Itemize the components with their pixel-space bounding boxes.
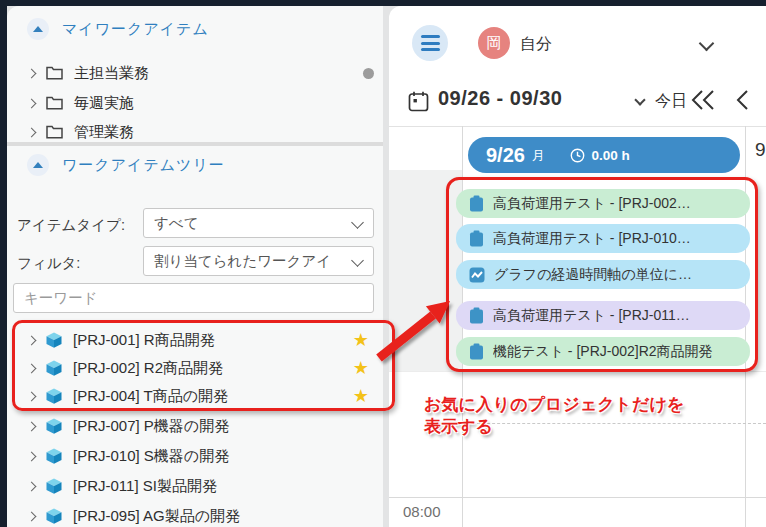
cube-icon bbox=[45, 477, 63, 495]
menu-button[interactable] bbox=[412, 25, 448, 61]
project-row[interactable]: [PRJ-001] R商品開発 ★ bbox=[7, 326, 383, 354]
cube-icon bbox=[45, 387, 63, 405]
avatar-initial: 岡 bbox=[487, 34, 502, 53]
status-dot bbox=[363, 68, 374, 79]
project-row[interactable]: [PRJ-002] R2商品開発 ★ bbox=[7, 354, 383, 382]
hamburger-menu-icon bbox=[421, 35, 440, 38]
grid-hline-dashed bbox=[462, 423, 766, 424]
time-gutter-shade bbox=[389, 170, 462, 371]
star-icon[interactable]: ★ bbox=[353, 329, 369, 351]
window-frame-left bbox=[0, 0, 7, 527]
clipboard-icon bbox=[469, 195, 484, 212]
grid-hline bbox=[389, 497, 766, 498]
clipboard-icon bbox=[469, 307, 484, 324]
project-label: [PRJ-010] S機器の開発 bbox=[73, 447, 229, 466]
folder-icon bbox=[46, 66, 63, 80]
event-pill[interactable]: グラフの経過時間軸の単位に… bbox=[456, 260, 750, 289]
horizontal-scrollbar[interactable] bbox=[7, 142, 383, 146]
next-day-header-partial: 9 bbox=[755, 139, 766, 161]
folder-label: 管理業務 bbox=[74, 123, 134, 142]
date-range-picker[interactable]: 09/26 - 09/30 bbox=[438, 87, 562, 110]
chevron-right-icon[interactable] bbox=[27, 98, 37, 108]
timesheet-panel: 岡 自分 09/26 - 09/30 今日 08:00 9 9/26 月 bbox=[389, 6, 766, 527]
chevron-right-icon[interactable] bbox=[27, 511, 37, 521]
project-row[interactable]: [PRJ-095] AG製品の開発 bbox=[7, 502, 383, 527]
event-pill[interactable]: 高負荷運用テスト - [PRJ-010… bbox=[456, 224, 750, 253]
cube-icon bbox=[45, 447, 63, 465]
chevron-right-icon[interactable] bbox=[27, 335, 37, 345]
folder-label: 毎週実施 bbox=[74, 94, 134, 113]
chevron-right-icon[interactable] bbox=[27, 391, 37, 401]
section-title: マイワークアイテム bbox=[62, 20, 209, 39]
item-type-label: アイテムタイプ: bbox=[17, 216, 125, 235]
item-type-select[interactable]: すべて bbox=[143, 208, 374, 238]
section-title: ワークアイテムツリー bbox=[62, 156, 225, 175]
clipboard-icon bbox=[469, 230, 484, 247]
event-title: 高負荷運用テスト - [PRJ-011… bbox=[493, 307, 690, 325]
project-row[interactable]: [PRJ-007] P機器の開発 bbox=[7, 412, 383, 440]
chevron-right-icon[interactable] bbox=[27, 451, 37, 461]
event-title: 高負荷運用テスト - [PRJ-010… bbox=[493, 230, 691, 248]
prev-day-button[interactable] bbox=[736, 89, 750, 111]
event-title: グラフの経過時間軸の単位に… bbox=[494, 266, 692, 284]
day-weekday: 月 bbox=[532, 148, 545, 165]
chevron-right-icon[interactable] bbox=[27, 68, 37, 78]
work-items-sidebar: マイワークアイテム 主担当業務 毎週実施 管理業務 ワークアイテムツリー アイテ… bbox=[7, 6, 383, 527]
cube-icon bbox=[45, 417, 63, 435]
user-name: 自分 bbox=[520, 34, 552, 55]
triangle-up-icon bbox=[33, 162, 43, 168]
date-chevron-down-icon[interactable] bbox=[634, 94, 645, 105]
today-button[interactable]: 今日 bbox=[655, 91, 687, 112]
tree-item-folder[interactable]: 主担当業務 bbox=[7, 58, 383, 88]
project-row[interactable]: [PRJ-010] S機器の開発 bbox=[7, 442, 383, 470]
calendar-icon bbox=[408, 91, 429, 112]
app-window: マイワークアイテム 主担当業務 毎週実施 管理業務 ワークアイテムツリー アイテ… bbox=[0, 0, 766, 527]
project-row[interactable]: [PRJ-011] SI製品開発 bbox=[7, 472, 383, 500]
project-label: [PRJ-011] SI製品開発 bbox=[73, 477, 217, 496]
clipboard-icon bbox=[469, 343, 484, 360]
toolbar-divider bbox=[389, 126, 766, 127]
filter-label: フィルタ: bbox=[17, 254, 80, 273]
project-label: [PRJ-004] T商品の開発 bbox=[73, 387, 228, 406]
project-row[interactable]: [PRJ-004] T商品の開発 ★ bbox=[7, 382, 383, 410]
project-label: [PRJ-007] P機器の開発 bbox=[73, 417, 229, 436]
event-pill[interactable]: 高負荷運用テスト - [PRJ-011… bbox=[456, 301, 750, 330]
event-pill[interactable]: 機能テスト - [PRJ-002]R2商品開発 bbox=[456, 337, 750, 366]
filter-value: 割り当てられたワークアイ bbox=[154, 252, 331, 271]
star-icon[interactable]: ★ bbox=[353, 357, 369, 379]
avatar[interactable]: 岡 bbox=[478, 27, 510, 59]
keyword-input[interactable] bbox=[13, 283, 374, 313]
prev-week-button[interactable] bbox=[690, 89, 716, 111]
my-work-items-section-header: マイワークアイテム bbox=[27, 18, 209, 40]
day-hours: 0.00 h bbox=[591, 148, 629, 163]
day-date: 9/26 bbox=[486, 144, 525, 167]
chevron-right-icon[interactable] bbox=[27, 481, 37, 491]
chevron-right-icon[interactable] bbox=[27, 421, 37, 431]
triangle-up-icon bbox=[33, 26, 43, 32]
line-chart-icon bbox=[469, 267, 485, 283]
folder-icon bbox=[46, 125, 63, 139]
event-title: 高負荷運用テスト - [PRJ-002… bbox=[493, 195, 691, 213]
filter-select[interactable]: 割り当てられたワークアイ bbox=[143, 246, 374, 276]
project-label: [PRJ-095] AG製品の開発 bbox=[73, 507, 240, 526]
chevron-right-icon[interactable] bbox=[27, 127, 37, 137]
cube-icon bbox=[45, 331, 63, 349]
collapse-section-button[interactable] bbox=[27, 18, 49, 40]
user-select-chevron-down-icon[interactable] bbox=[699, 36, 715, 52]
day-header[interactable]: 9/26 月 0.00 h bbox=[468, 137, 740, 173]
event-pill[interactable]: 高負荷運用テスト - [PRJ-002… bbox=[456, 189, 750, 218]
chevron-down-icon bbox=[351, 254, 364, 267]
item-type-value: すべて bbox=[154, 214, 199, 233]
work-item-tree-section-header: ワークアイテムツリー bbox=[27, 154, 225, 176]
grid-hline bbox=[389, 371, 766, 372]
chevron-right-icon[interactable] bbox=[27, 363, 37, 373]
star-icon[interactable]: ★ bbox=[353, 385, 369, 407]
chevron-down-icon bbox=[351, 216, 364, 229]
project-label: [PRJ-002] R2商品開発 bbox=[73, 359, 223, 378]
project-label: [PRJ-001] R商品開発 bbox=[73, 331, 215, 350]
tree-item-folder[interactable]: 毎週実施 bbox=[7, 88, 383, 118]
collapse-section-button[interactable] bbox=[27, 154, 49, 176]
cube-icon bbox=[45, 359, 63, 377]
cube-icon bbox=[45, 507, 63, 525]
time-label: 08:00 bbox=[403, 503, 441, 520]
